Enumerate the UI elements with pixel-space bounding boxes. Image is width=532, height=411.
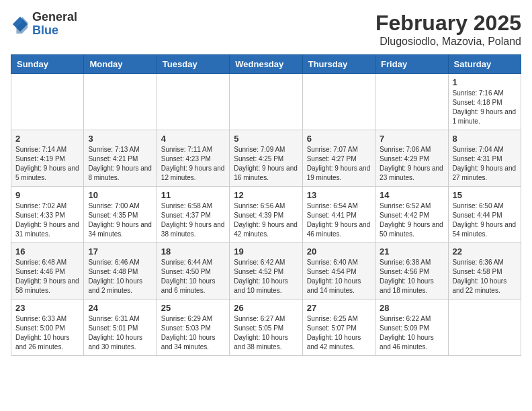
logo: General Blue <box>11 11 77 38</box>
day-number: 16 <box>15 246 79 257</box>
weekday-header: Saturday <box>448 55 521 74</box>
calendar-cell <box>302 74 375 130</box>
calendar-cell: 1Sunrise: 7:16 AM Sunset: 4:18 PM Daylig… <box>448 74 521 130</box>
calendar-cell: 21Sunrise: 6:38 AM Sunset: 4:56 PM Dayli… <box>375 243 448 300</box>
day-info: Sunrise: 6:44 AM Sunset: 4:50 PM Dayligh… <box>161 258 225 295</box>
day-info: Sunrise: 6:31 AM Sunset: 5:01 PM Dayligh… <box>88 314 152 352</box>
day-info: Sunrise: 6:22 AM Sunset: 5:09 PM Dayligh… <box>380 314 443 352</box>
calendar-title: February 2025 <box>375 11 521 36</box>
weekday-header: Wednesday <box>230 55 302 74</box>
title-area: February 2025 Dlugosiodlo, Mazovia, Pola… <box>375 11 521 48</box>
calendar-cell: 17Sunrise: 6:46 AM Sunset: 4:48 PM Dayli… <box>84 243 157 300</box>
calendar-cell: 13Sunrise: 6:54 AM Sunset: 4:41 PM Dayli… <box>302 187 375 243</box>
calendar-cell: 14Sunrise: 6:52 AM Sunset: 4:42 PM Dayli… <box>375 187 448 243</box>
calendar-cell <box>11 74 84 130</box>
day-info: Sunrise: 6:46 AM Sunset: 4:48 PM Dayligh… <box>88 258 152 295</box>
day-number: 2 <box>15 134 79 144</box>
day-number: 19 <box>234 246 298 257</box>
calendar-cell: 20Sunrise: 6:40 AM Sunset: 4:54 PM Dayli… <box>302 243 375 300</box>
day-number: 10 <box>88 190 152 200</box>
weekday-header: Thursday <box>302 55 375 74</box>
day-number: 20 <box>307 246 371 257</box>
calendar-cell: 23Sunrise: 6:33 AM Sunset: 5:00 PM Dayli… <box>11 300 84 356</box>
day-number: 25 <box>161 303 225 313</box>
day-number: 14 <box>380 190 443 200</box>
calendar-subtitle: Dlugosiodlo, Mazovia, Poland <box>375 36 521 48</box>
day-number: 27 <box>307 303 371 313</box>
calendar-cell: 5Sunrise: 7:09 AM Sunset: 4:25 PM Daylig… <box>230 130 302 187</box>
day-number: 3 <box>88 134 152 144</box>
calendar-cell: 22Sunrise: 6:36 AM Sunset: 4:58 PM Dayli… <box>448 243 521 300</box>
day-info: Sunrise: 6:50 AM Sunset: 4:44 PM Dayligh… <box>453 201 517 239</box>
day-info: Sunrise: 6:40 AM Sunset: 4:54 PM Dayligh… <box>307 258 371 295</box>
calendar-cell: 8Sunrise: 7:04 AM Sunset: 4:31 PM Daylig… <box>448 130 521 187</box>
day-number: 21 <box>380 246 443 257</box>
day-info: Sunrise: 7:02 AM Sunset: 4:33 PM Dayligh… <box>15 201 79 239</box>
calendar-cell: 25Sunrise: 6:29 AM Sunset: 5:03 PM Dayli… <box>157 300 229 356</box>
day-info: Sunrise: 7:07 AM Sunset: 4:27 PM Dayligh… <box>307 145 371 183</box>
calendar-cell <box>448 300 521 356</box>
day-info: Sunrise: 7:04 AM Sunset: 4:31 PM Dayligh… <box>453 145 517 183</box>
day-info: Sunrise: 6:42 AM Sunset: 4:52 PM Dayligh… <box>234 258 298 295</box>
calendar-cell: 16Sunrise: 6:48 AM Sunset: 4:46 PM Dayli… <box>11 243 84 300</box>
header: General Blue February 2025 Dlugosiodlo, … <box>11 11 521 48</box>
calendar-cell: 12Sunrise: 6:56 AM Sunset: 4:39 PM Dayli… <box>230 187 302 243</box>
weekday-header: Friday <box>375 55 448 74</box>
day-number: 1 <box>453 77 517 87</box>
logo-general-text: General <box>32 10 77 24</box>
day-info: Sunrise: 6:52 AM Sunset: 4:42 PM Dayligh… <box>380 201 443 239</box>
calendar-cell: 19Sunrise: 6:42 AM Sunset: 4:52 PM Dayli… <box>230 243 302 300</box>
calendar-cell: 28Sunrise: 6:22 AM Sunset: 5:09 PM Dayli… <box>375 300 448 356</box>
day-number: 23 <box>15 303 79 313</box>
day-number: 4 <box>161 134 225 144</box>
weekday-header: Monday <box>84 55 157 74</box>
day-number: 6 <box>307 134 371 144</box>
day-number: 26 <box>234 303 298 313</box>
calendar-cell: 7Sunrise: 7:06 AM Sunset: 4:29 PM Daylig… <box>375 130 448 187</box>
day-number: 24 <box>88 303 152 313</box>
day-number: 9 <box>15 190 79 200</box>
day-info: Sunrise: 6:25 AM Sunset: 5:07 PM Dayligh… <box>307 314 371 352</box>
day-info: Sunrise: 6:58 AM Sunset: 4:37 PM Dayligh… <box>161 201 225 239</box>
day-number: 8 <box>453 134 517 144</box>
calendar-cell: 11Sunrise: 6:58 AM Sunset: 4:37 PM Dayli… <box>157 187 229 243</box>
day-info: Sunrise: 6:29 AM Sunset: 5:03 PM Dayligh… <box>161 314 225 352</box>
day-number: 13 <box>307 190 371 200</box>
day-info: Sunrise: 6:27 AM Sunset: 5:05 PM Dayligh… <box>234 314 298 352</box>
calendar-cell: 18Sunrise: 6:44 AM Sunset: 4:50 PM Dayli… <box>157 243 229 300</box>
calendar-cell: 27Sunrise: 6:25 AM Sunset: 5:07 PM Dayli… <box>302 300 375 356</box>
day-info: Sunrise: 6:48 AM Sunset: 4:46 PM Dayligh… <box>15 258 79 295</box>
day-info: Sunrise: 7:11 AM Sunset: 4:23 PM Dayligh… <box>161 145 225 183</box>
calendar-cell <box>375 74 448 130</box>
day-number: 22 <box>453 246 517 257</box>
day-info: Sunrise: 7:09 AM Sunset: 4:25 PM Dayligh… <box>234 145 298 183</box>
day-info: Sunrise: 6:54 AM Sunset: 4:41 PM Dayligh… <box>307 201 371 239</box>
calendar-cell: 10Sunrise: 7:00 AM Sunset: 4:35 PM Dayli… <box>84 187 157 243</box>
day-info: Sunrise: 7:06 AM Sunset: 4:29 PM Dayligh… <box>380 145 443 183</box>
weekday-header: Tuesday <box>157 55 229 74</box>
day-number: 5 <box>234 134 298 144</box>
day-info: Sunrise: 6:56 AM Sunset: 4:39 PM Dayligh… <box>234 201 298 239</box>
day-number: 7 <box>380 134 443 144</box>
day-info: Sunrise: 7:13 AM Sunset: 4:21 PM Dayligh… <box>88 145 152 183</box>
day-number: 28 <box>380 303 443 313</box>
day-number: 15 <box>453 190 517 200</box>
day-info: Sunrise: 6:33 AM Sunset: 5:00 PM Dayligh… <box>15 314 79 352</box>
day-info: Sunrise: 6:38 AM Sunset: 4:56 PM Dayligh… <box>380 258 443 295</box>
calendar-table: SundayMondayTuesdayWednesdayThursdayFrid… <box>11 54 521 356</box>
calendar-cell: 6Sunrise: 7:07 AM Sunset: 4:27 PM Daylig… <box>302 130 375 187</box>
calendar-cell <box>84 74 157 130</box>
calendar-cell: 15Sunrise: 6:50 AM Sunset: 4:44 PM Dayli… <box>448 187 521 243</box>
day-info: Sunrise: 7:14 AM Sunset: 4:19 PM Dayligh… <box>15 145 79 183</box>
logo-icon <box>11 15 30 34</box>
logo-blue-text: Blue <box>32 24 58 37</box>
calendar-cell <box>230 74 302 130</box>
calendar-cell: 2Sunrise: 7:14 AM Sunset: 4:19 PM Daylig… <box>11 130 84 187</box>
calendar-cell: 3Sunrise: 7:13 AM Sunset: 4:21 PM Daylig… <box>84 130 157 187</box>
calendar-cell: 9Sunrise: 7:02 AM Sunset: 4:33 PM Daylig… <box>11 187 84 243</box>
day-number: 17 <box>88 246 152 257</box>
calendar-cell: 4Sunrise: 7:11 AM Sunset: 4:23 PM Daylig… <box>157 130 229 187</box>
weekday-header: Sunday <box>11 55 84 74</box>
day-number: 18 <box>161 246 225 257</box>
calendar-cell: 26Sunrise: 6:27 AM Sunset: 5:05 PM Dayli… <box>230 300 302 356</box>
